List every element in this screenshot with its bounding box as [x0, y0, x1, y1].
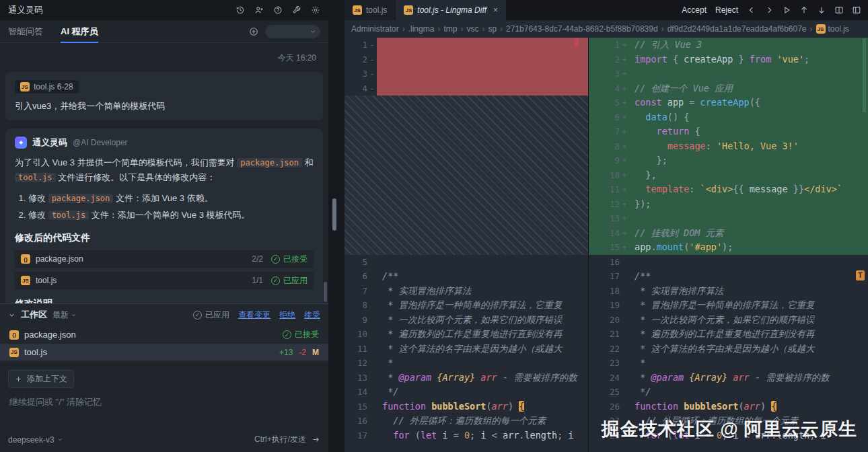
code-line[interactable]: 17 for (let i = 0; i < arr.length; i — [345, 428, 588, 443]
changed-file-row[interactable]: {}package.json2/2✓已接受 — [15, 250, 314, 268]
invite-user-icon[interactable] — [254, 5, 264, 15]
inline-code: tool.js — [15, 173, 56, 182]
code-line[interactable]: 28 for (let i = 0; i < arr.length; i — [589, 428, 868, 443]
breadcrumb-item[interactable]: Administrator — [351, 24, 399, 34]
changed-file-row[interactable]: JStool.js1/1✓已应用 — [15, 272, 314, 290]
code-line[interactable]: 21 * 遍历数列的工作是重复地进行直到没有再 — [589, 327, 868, 342]
panel-tab-qa[interactable]: 智能问答 — [8, 20, 43, 42]
breadcrumb-item[interactable]: tmp — [443, 24, 457, 34]
diff-sign — [620, 327, 629, 342]
diff-sign: - — [367, 67, 377, 81]
code-line[interactable]: 8 * 冒泡排序是一种简单的排序算法，它重复 — [345, 298, 588, 313]
code-line[interactable]: 9+ }; — [589, 153, 868, 168]
workspace-files-list: {}package.json✓已接受JStool.js+13-2M — [0, 326, 328, 361]
code-text: // 外层循环：遍历数组的每一个元素 — [629, 414, 868, 428]
chevron-left-icon[interactable] — [747, 5, 756, 15]
breadcrumb-item[interactable]: vsc — [466, 24, 478, 34]
chat-input[interactable]: 继续提问或 "/" 清除记忆 — [8, 388, 320, 434]
code-line[interactable]: 13+ — [589, 211, 868, 226]
code-line[interactable]: 11 * 这个算法的名字由来是因为越小（或越大 — [345, 342, 588, 356]
code-line[interactable]: 7 * 实现冒泡排序算法 — [345, 284, 588, 299]
workspace-file-row[interactable]: {}package.json✓已接受 — [0, 326, 328, 344]
reject-link[interactable]: 拒绝 — [279, 309, 295, 321]
model-selector[interactable]: deepseek-v3 — [8, 435, 63, 445]
chevron-right-icon[interactable] — [764, 5, 774, 15]
changed-files-list: {}package.json2/2✓已接受JStool.js1/1✓已应用 — [15, 250, 314, 290]
workspace-filter-dropdown[interactable]: 最新 — [52, 309, 77, 321]
send-button[interactable] — [312, 435, 320, 444]
editor-tab-1[interactable]: JStool.js - Lingma Diff× — [396, 0, 507, 20]
panel-tab-ai-programmer[interactable]: AI 程序员 — [61, 20, 98, 42]
accept-button[interactable]: Accept — [682, 5, 707, 15]
code-line[interactable]: 10+ }, — [589, 168, 868, 183]
code-line[interactable]: 5+const app = createApp({ — [589, 96, 868, 110]
code-line[interactable]: 10 * 遍历数列的工作是重复地进行直到没有再 — [345, 327, 588, 342]
code-line[interactable]: 6+ data() { — [589, 110, 868, 125]
view-changes-link[interactable]: 查看变更 — [238, 309, 270, 321]
code-line[interactable]: 15function bubbleSort(arr) { — [345, 400, 588, 414]
breadcrumb-item[interactable]: .lingma — [408, 24, 435, 34]
code-line[interactable]: 2+import { createApp } from 'vue'; — [589, 52, 868, 67]
run-icon[interactable] — [782, 5, 791, 15]
line-number-gutter: 16 — [345, 414, 377, 428]
code-line[interactable]: 9 * 一次比较两个元素，如果它们的顺序错误 — [345, 313, 588, 328]
diff-sign: + — [620, 168, 629, 183]
arrow-up-icon[interactable] — [799, 5, 809, 15]
code-line[interactable]: 7+ return { — [589, 124, 868, 139]
code-line[interactable]: 22 * 这个算法的名字由来是因为越小（或越大 — [589, 342, 868, 356]
file-reference-chip[interactable]: JS tool.js 6-28 — [15, 80, 79, 93]
sash-handle[interactable] — [332, 198, 336, 231]
wrench-icon[interactable] — [292, 5, 301, 15]
code-line[interactable]: 15+app.mount('#app'); — [589, 240, 868, 255]
code-line[interactable]: 8+ message: 'Hello, Vue 3!' — [589, 139, 868, 154]
close-icon[interactable]: × — [493, 5, 498, 15]
code-line[interactable]: 3- — [345, 67, 588, 81]
split-editor-icon[interactable] — [834, 5, 844, 15]
breadcrumb-item[interactable]: sp — [488, 24, 497, 34]
account-selector[interactable] — [265, 25, 320, 38]
reject-button[interactable]: Reject — [715, 5, 738, 15]
arrow-down-icon[interactable] — [817, 5, 826, 15]
code-line[interactable]: 12 * — [345, 356, 588, 371]
breadcrumb-item[interactable]: JStool.js — [816, 24, 849, 34]
code-line[interactable]: 14+// 挂载到 DOM 元素 — [589, 226, 868, 241]
code-line[interactable]: 16 // 外层循环：遍历数组的每一个元素 — [345, 414, 588, 428]
code-line[interactable]: 24 * @param {Array} arr - 需要被排序的数 — [589, 371, 868, 385]
collapse-chevron-icon[interactable] — [8, 311, 15, 319]
code-line[interactable]: 3+ — [589, 67, 868, 81]
code-line[interactable]: 14 */ — [345, 385, 588, 400]
layout-icon[interactable] — [852, 5, 861, 15]
code-line[interactable]: 19 * 冒泡排序是一种简单的排序算法，它重复 — [589, 298, 868, 313]
code-line[interactable]: 5 — [345, 255, 588, 270]
add-context-button[interactable]: 添加上下文 — [8, 370, 74, 388]
chat-scrollbar[interactable] — [324, 282, 327, 302]
settings-icon[interactable] — [311, 5, 320, 15]
code-line[interactable]: 18 * 实现冒泡排序算法 — [589, 284, 868, 299]
workspace-file-row[interactable]: JStool.js+13-2M — [0, 344, 328, 361]
code-line[interactable]: 12+}); — [589, 197, 868, 212]
code-line[interactable]: 23 * — [589, 356, 868, 371]
code-line[interactable]: 27 // 外层循环：遍历数组的每一个元素 — [589, 414, 868, 428]
code-line[interactable]: 17/** — [589, 269, 868, 284]
code-line[interactable]: 4- — [345, 81, 588, 96]
code-line[interactable]: 4+// 创建一个 Vue 应用 — [589, 81, 868, 96]
code-line[interactable]: 20 * 一次比较两个元素，如果它们的顺序错误 — [589, 313, 868, 328]
code-line[interactable]: 11+ template: `<div>{{ message }}</div>` — [589, 182, 868, 197]
code-line[interactable]: 26function bubbleSort(arr) { — [589, 400, 868, 414]
help-icon[interactable] — [273, 5, 283, 15]
code-line[interactable]: 25 */ — [589, 385, 868, 400]
code-line[interactable]: 16 — [589, 255, 868, 270]
breadcrumb-item[interactable]: 271b7643-8dc7-44ab-8682-b5f88b70839d — [506, 24, 658, 34]
editor-tab-0[interactable]: JStool.js — [345, 0, 396, 20]
code-line[interactable]: 13 * @param {Array} arr - 需要被排序的数 — [345, 371, 588, 385]
accept-link[interactable]: 接受 — [304, 309, 320, 321]
history-icon[interactable] — [236, 5, 245, 15]
breadcrumb-label: 271b7643-8dc7-44ab-8682-b5f88b70839d — [506, 24, 658, 34]
code-line[interactable]: 1- — [345, 38, 588, 52]
code-line[interactable]: 2- — [345, 52, 588, 67]
breadcrumb-label: sp — [488, 24, 497, 34]
code-line[interactable]: 1+// 引入 Vue 3 — [589, 38, 868, 52]
code-line[interactable]: 6/** — [345, 269, 588, 284]
breadcrumb-item[interactable]: df9d2d2449da1a1de7eadda4af6b607e — [667, 24, 807, 34]
new-session-icon[interactable] — [249, 27, 258, 36]
